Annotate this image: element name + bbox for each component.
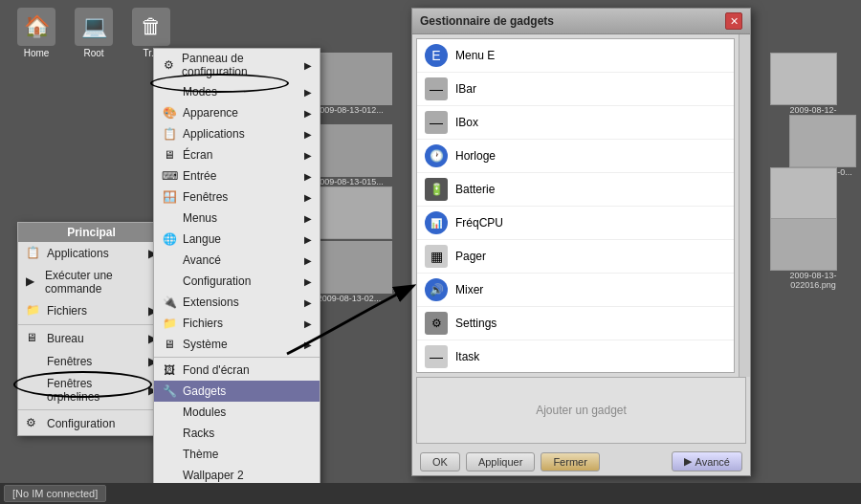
systeme-icon: 🖥 [162, 337, 177, 352]
desktop: 🏠 Home 💻 Root 🗑 Tr... 2009-08-12-234825.… [0, 0, 861, 504]
principal-config-label: Configuration [47, 417, 115, 430]
gadget-item-batterie[interactable]: 🔋 Batterie [417, 173, 734, 207]
principal-item-fichiers[interactable]: 📁 Fichiers ▶ [18, 299, 165, 322]
fichiers-menu-icon: 📁 [162, 316, 177, 331]
config-icon: ⚙ [26, 416, 41, 431]
gadget-item-menu-e[interactable]: E Menu E [417, 39, 734, 73]
applications-menu-arrow: ▶ [304, 129, 312, 140]
horloge-icon: 🕐 [425, 144, 448, 167]
gadget-item-itask[interactable]: — Itask [417, 340, 734, 373]
desktop-icon-home[interactable]: 🏠 Home [8, 8, 65, 58]
entree-label: Entrée [183, 169, 216, 183]
principal-applications-label: Applications [47, 247, 109, 260]
taskbar: [No IM connected] [0, 483, 861, 504]
applications-menu-label: Applications [183, 127, 245, 141]
gadget-item-ibox[interactable]: — IBox [417, 106, 734, 140]
entree-icon: ⌨ [162, 168, 177, 184]
menu-item-fond[interactable]: 🖼 Fond d'écran [154, 360, 320, 381]
gadget-ok-button[interactable]: OK [420, 452, 460, 471]
menu-item-apparence[interactable]: 🎨 Apparence ▶ [154, 102, 320, 123]
ecran-arrow: ▶ [304, 150, 312, 161]
file-thumb-7-label: 2009-08-13-022016.png [770, 271, 856, 290]
gadget-avance-button[interactable]: Avancé [672, 451, 743, 471]
fenetres-menu-arrow: ▶ [304, 192, 312, 203]
menu-e-label: Menu E [455, 49, 495, 62]
gadget-close-button[interactable]: ✕ [725, 12, 742, 30]
modes-label: Modes [183, 85, 217, 99]
ecran-icon: 🖥 [162, 147, 177, 163]
racks-label: Racks [183, 427, 214, 440]
gadget-item-mixer[interactable]: 🔊 Mixer [417, 274, 734, 307]
menu-item-fenetres[interactable]: 🪟 Fenêtres ▶ [154, 186, 320, 208]
gadgets-label: Gadgets [183, 384, 226, 398]
gadget-scrollbar[interactable] [739, 34, 750, 377]
menu-item-modules[interactable]: Modules [154, 402, 320, 423]
gadget-item-pager[interactable]: ▦ Pager [417, 240, 734, 274]
menu-item-panneau[interactable]: ⚙ Panneau de configuration ▶ [154, 49, 320, 81]
entree-arrow: ▶ [304, 171, 312, 182]
principal-executer-label: Exécuter une commande [45, 269, 157, 296]
menu-item-ecran[interactable]: 🖥 Écran ▶ [154, 144, 320, 165]
fichiers-icon: 📁 [26, 303, 41, 318]
wallpaper2-label: Wallpaper 2 [183, 469, 244, 482]
modes-arrow: ▶ [304, 87, 312, 98]
langue-icon: 🌐 [162, 231, 177, 247]
menu-item-configuration[interactable]: Configuration ▶ [154, 271, 320, 292]
menu-item-langue[interactable]: 🌐 Langue ▶ [154, 229, 320, 250]
menu-item-entree[interactable]: ⌨ Entrée ▶ [154, 165, 320, 186]
principal-item-fenetres[interactable]: Fenêtres ▶ [18, 350, 165, 373]
batterie-label: Batterie [455, 183, 495, 196]
principal-item-fenetres-orphelines[interactable]: Fenêtres orphelines ▶ [18, 373, 165, 407]
gadget-titlebar: Gestionnaire de gadgets ✕ [412, 9, 750, 34]
systeme-arrow: ▶ [304, 340, 312, 350]
theme-icon [162, 447, 177, 462]
menus-icon [162, 210, 177, 226]
principal-item-applications[interactable]: 📋 Applications ▶ [18, 242, 165, 265]
menu-item-gadgets[interactable]: 🔧 Gadgets [154, 381, 320, 402]
menu-separator [154, 357, 320, 358]
orphelines-icon [26, 383, 41, 398]
menu-item-modes[interactable]: Modes ▶ [154, 81, 320, 102]
desktop-icon-root[interactable]: 💻 Root [65, 8, 122, 58]
gadget-item-ibar[interactable]: — IBar [417, 73, 734, 106]
gadget-item-freqcpu[interactable]: 📊 FréqCPU [417, 207, 734, 240]
gadget-window: Gestionnaire de gadgets ✕ E Menu E — IBa… [411, 8, 751, 476]
menu-item-extensions[interactable]: 🔌 Extensions ▶ [154, 292, 320, 313]
ibar-icon: — [425, 77, 448, 100]
menu-item-fichiers-menu[interactable]: 📁 Fichiers ▶ [154, 313, 320, 334]
gadget-fermer-button[interactable]: Fermer [541, 452, 599, 471]
desktop-icon-home-label: Home [24, 48, 50, 58]
principal-item-configuration[interactable]: ⚙ Configuration [18, 412, 165, 435]
apparence-label: Apparence [183, 106, 238, 120]
menu-item-applications[interactable]: 📋 Applications ▶ [154, 123, 320, 144]
menu-item-avance[interactable]: Avancé ▶ [154, 250, 320, 271]
principal-fichiers-label: Fichiers [47, 304, 87, 318]
menu-item-menus[interactable]: Menus ▶ [154, 208, 320, 229]
theme-label: Thème [183, 448, 218, 461]
main-context-menu: ⚙ Panneau de configuration ▶ Modes ▶ 🎨 A… [153, 48, 320, 504]
menu-item-systeme[interactable]: 🖥 Système ▶ [154, 334, 320, 355]
systeme-label: Système [183, 338, 228, 351]
taskbar-no-im[interactable]: [No IM connected] [4, 485, 106, 502]
avance-arrow: ▶ [304, 255, 312, 266]
config-menu-arrow: ▶ [304, 276, 312, 287]
principal-item-executer[interactable]: ▶ Exécuter une commande [18, 265, 165, 299]
horloge-label: Horloge [455, 149, 496, 163]
gadgets-icon: 🔧 [162, 383, 177, 399]
batterie-icon: 🔋 [425, 178, 448, 201]
gadget-appliquer-button[interactable]: Appliquer [466, 452, 535, 471]
gadget-item-horloge[interactable]: 🕐 Horloge [417, 140, 734, 173]
panneau-label: Panneau de configuration [182, 52, 304, 78]
freqcpu-label: FréqCPU [455, 216, 503, 230]
principal-item-bureau[interactable]: 🖥 Bureau ▶ [18, 327, 165, 350]
fenetres-menu-icon: 🪟 [162, 189, 177, 205]
modules-icon [162, 405, 177, 420]
pager-label: Pager [455, 250, 486, 263]
racks-icon [162, 426, 177, 441]
applications-menu-icon: 📋 [162, 126, 177, 142]
gadget-item-settings[interactable]: ⚙ Settings [417, 307, 734, 340]
gadget-bottom-panel: Ajouter un gadget [416, 377, 746, 444]
gadget-list[interactable]: E Menu E — IBar — IBox 🕐 Horloge [416, 38, 735, 373]
menu-item-racks[interactable]: Racks [154, 423, 320, 444]
menu-item-theme[interactable]: Thème [154, 444, 320, 465]
